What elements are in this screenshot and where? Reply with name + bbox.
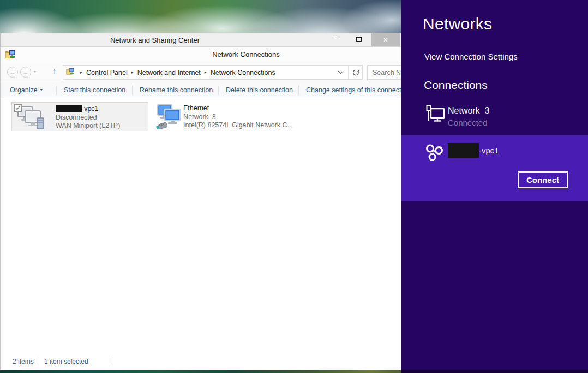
- connection-device: WAN Miniport (L2TP): [56, 122, 120, 131]
- charm-vpn-row-selected[interactable]: -vpc1 Connect: [401, 135, 588, 201]
- address-location-icon: [66, 67, 75, 78]
- minimize-icon: –: [335, 33, 339, 43]
- address-dropdown-chevron-icon[interactable]: [338, 69, 344, 74]
- breadcrumb-arrow-icon: ▸: [202, 70, 209, 75]
- list-item-vpn-connection[interactable]: ✓: [11, 102, 148, 131]
- status-separator: [113, 357, 113, 365]
- charm-vpn-name-suffix: -vpc1: [479, 143, 499, 158]
- refresh-button[interactable]: [348, 66, 362, 79]
- connection-device: Intel(R) 82574L Gigabit Network C...: [183, 121, 293, 130]
- redacted-vpn-name: [448, 143, 479, 158]
- minimize-button[interactable]: –: [328, 33, 346, 46]
- connection-name: Ethernet: [183, 104, 293, 113]
- up-icon: ↑: [53, 67, 57, 75]
- breadcrumb-network-and-internet[interactable]: Network and Internet: [136, 69, 202, 76]
- connection-name: -vpc1: [56, 105, 120, 114]
- maximize-icon: [356, 37, 362, 42]
- networks-charm-panel: Networks View Connection Settings Connec…: [401, 0, 588, 373]
- nsc-titlebar[interactable]: Network and Sharing Center – ×: [1, 33, 401, 47]
- start-connection-button[interactable]: Start this connection: [64, 82, 125, 98]
- connections-section-heading: Connections: [424, 79, 488, 92]
- up-button[interactable]: ↑: [50, 67, 59, 75]
- back-button[interactable]: ←: [7, 67, 18, 78]
- item-text-block: Ethernet Network 3 Intel(R) 82574L Gigab…: [183, 104, 293, 130]
- close-icon: ×: [383, 35, 388, 44]
- charm-bottom-strip: [401, 370, 588, 373]
- wired-network-icon: [425, 105, 446, 128]
- delete-connection-button[interactable]: Delete this connection: [226, 82, 293, 98]
- view-connection-settings-link[interactable]: View Connection Settings: [424, 52, 518, 61]
- items-selected: 1 item selected: [44, 358, 88, 365]
- redacted-name: [56, 105, 82, 112]
- connect-button[interactable]: Connect: [518, 171, 568, 188]
- toolbar-separator: [132, 86, 133, 95]
- refresh-icon: [352, 69, 359, 76]
- organize-label: Organize: [10, 86, 38, 94]
- breadcrumb-arrow-icon: ▸: [77, 70, 85, 75]
- toolbar-separator: [56, 86, 57, 95]
- desktop-wallpaper: [0, 0, 404, 34]
- desktop-screen: Network and Sharing Center – × Network C…: [0, 0, 588, 373]
- item-text-block: -vpc1 Disconnected WAN Miniport (L2TP): [56, 105, 120, 131]
- vpn-icon: [424, 143, 445, 165]
- back-icon: ←: [9, 68, 16, 76]
- change-settings-button[interactable]: Change settings of this connection: [306, 82, 410, 98]
- status-separator: [39, 357, 39, 365]
- address-bar[interactable]: ▸ Control Panel ▸ Network and Internet ▸…: [63, 65, 363, 80]
- items-count: 2 items: [13, 358, 34, 365]
- recent-pages-dropdown[interactable]: ▾: [34, 69, 36, 74]
- list-item-ethernet[interactable]: Ethernet Network 3 Intel(R) 82574L Gigab…: [156, 102, 301, 131]
- connection-status: Network 3: [183, 113, 293, 122]
- breadcrumb-control-panel[interactable]: Control Panel: [85, 69, 129, 76]
- toolbar-separator: [218, 86, 219, 95]
- charm-title: Networks: [423, 15, 492, 33]
- connection-status: Disconnected: [56, 114, 120, 122]
- forward-icon: →: [22, 68, 29, 76]
- check-icon: ✓: [15, 105, 20, 111]
- chevron-down-icon: ▾: [34, 69, 36, 74]
- breadcrumb-network-connections[interactable]: Network Connections: [209, 69, 277, 76]
- ethernet-adapter-icon: [156, 104, 183, 132]
- charm-network-name: Network 3: [448, 106, 489, 116]
- forward-button[interactable]: →: [20, 67, 31, 78]
- toolbar-separator: [298, 86, 299, 95]
- maximize-button[interactable]: [350, 33, 368, 46]
- rename-connection-button[interactable]: Rename this connection: [140, 82, 213, 98]
- charm-network-status: Connected: [448, 118, 488, 127]
- breadcrumb-arrow-icon: ▸: [129, 70, 136, 75]
- nsc-window-title: Network and Sharing Center: [1, 33, 309, 47]
- connection-name-suffix: -vpc1: [82, 105, 99, 113]
- close-button[interactable]: ×: [371, 33, 400, 46]
- organize-menu[interactable]: Organize▾: [10, 82, 43, 98]
- charm-network3-row[interactable]: Network 3 Connected: [401, 102, 588, 132]
- item-checkbox[interactable]: ✓: [14, 104, 22, 112]
- chevron-down-icon: ▾: [38, 87, 43, 92]
